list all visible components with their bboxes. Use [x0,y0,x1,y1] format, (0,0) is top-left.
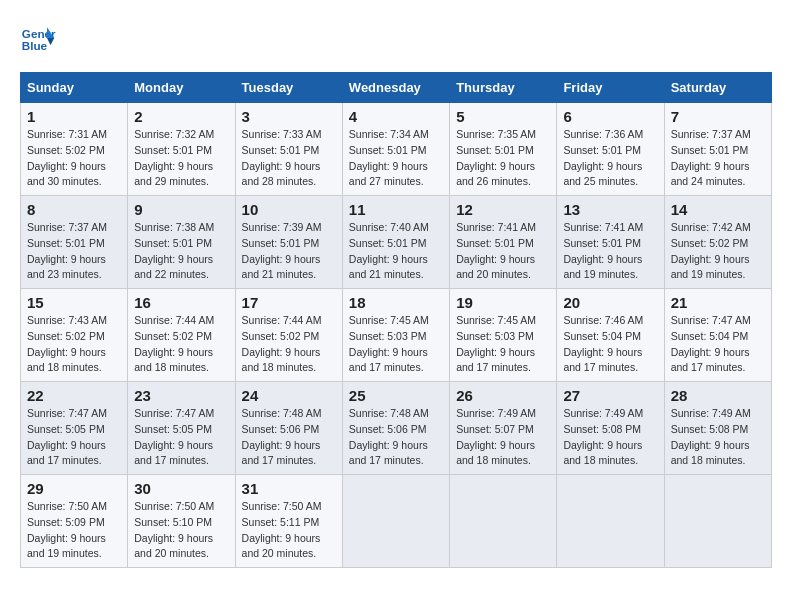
calendar-cell: 22 Sunrise: 7:47 AMSunset: 5:05 PMDaylig… [21,382,128,475]
calendar-cell [450,475,557,568]
day-detail: Sunrise: 7:46 AMSunset: 5:04 PMDaylight:… [563,314,643,373]
day-number: 1 [27,108,121,125]
day-detail: Sunrise: 7:40 AMSunset: 5:01 PMDaylight:… [349,221,429,280]
calendar-cell: 18 Sunrise: 7:45 AMSunset: 5:03 PMDaylig… [342,289,449,382]
calendar-cell: 23 Sunrise: 7:47 AMSunset: 5:05 PMDaylig… [128,382,235,475]
weekday-header-row: SundayMondayTuesdayWednesdayThursdayFrid… [21,73,772,103]
calendar-cell: 24 Sunrise: 7:48 AMSunset: 5:06 PMDaylig… [235,382,342,475]
calendar-cell: 2 Sunrise: 7:32 AMSunset: 5:01 PMDayligh… [128,103,235,196]
day-number: 29 [27,480,121,497]
logo: General Blue [20,20,56,56]
day-number: 25 [349,387,443,404]
day-detail: Sunrise: 7:35 AMSunset: 5:01 PMDaylight:… [456,128,536,187]
day-detail: Sunrise: 7:50 AMSunset: 5:10 PMDaylight:… [134,500,214,559]
day-detail: Sunrise: 7:32 AMSunset: 5:01 PMDaylight:… [134,128,214,187]
calendar-week-row: 22 Sunrise: 7:47 AMSunset: 5:05 PMDaylig… [21,382,772,475]
page-header: General Blue [20,20,772,56]
day-detail: Sunrise: 7:44 AMSunset: 5:02 PMDaylight:… [134,314,214,373]
day-detail: Sunrise: 7:42 AMSunset: 5:02 PMDaylight:… [671,221,751,280]
calendar-cell: 30 Sunrise: 7:50 AMSunset: 5:10 PMDaylig… [128,475,235,568]
day-number: 28 [671,387,765,404]
calendar-cell: 10 Sunrise: 7:39 AMSunset: 5:01 PMDaylig… [235,196,342,289]
day-number: 15 [27,294,121,311]
day-number: 10 [242,201,336,218]
calendar-cell: 25 Sunrise: 7:48 AMSunset: 5:06 PMDaylig… [342,382,449,475]
day-number: 11 [349,201,443,218]
calendar-cell: 12 Sunrise: 7:41 AMSunset: 5:01 PMDaylig… [450,196,557,289]
day-detail: Sunrise: 7:33 AMSunset: 5:01 PMDaylight:… [242,128,322,187]
calendar-cell: 19 Sunrise: 7:45 AMSunset: 5:03 PMDaylig… [450,289,557,382]
day-number: 9 [134,201,228,218]
day-number: 22 [27,387,121,404]
calendar-cell: 17 Sunrise: 7:44 AMSunset: 5:02 PMDaylig… [235,289,342,382]
calendar-cell: 20 Sunrise: 7:46 AMSunset: 5:04 PMDaylig… [557,289,664,382]
day-detail: Sunrise: 7:41 AMSunset: 5:01 PMDaylight:… [456,221,536,280]
day-detail: Sunrise: 7:50 AMSunset: 5:11 PMDaylight:… [242,500,322,559]
calendar-cell: 11 Sunrise: 7:40 AMSunset: 5:01 PMDaylig… [342,196,449,289]
day-number: 19 [456,294,550,311]
day-detail: Sunrise: 7:47 AMSunset: 5:05 PMDaylight:… [134,407,214,466]
weekday-header-sunday: Sunday [21,73,128,103]
day-number: 26 [456,387,550,404]
calendar-cell: 14 Sunrise: 7:42 AMSunset: 5:02 PMDaylig… [664,196,771,289]
day-detail: Sunrise: 7:47 AMSunset: 5:05 PMDaylight:… [27,407,107,466]
calendar-cell: 26 Sunrise: 7:49 AMSunset: 5:07 PMDaylig… [450,382,557,475]
day-number: 7 [671,108,765,125]
day-detail: Sunrise: 7:39 AMSunset: 5:01 PMDaylight:… [242,221,322,280]
day-number: 4 [349,108,443,125]
day-number: 17 [242,294,336,311]
day-detail: Sunrise: 7:34 AMSunset: 5:01 PMDaylight:… [349,128,429,187]
day-number: 2 [134,108,228,125]
weekday-header-friday: Friday [557,73,664,103]
day-detail: Sunrise: 7:43 AMSunset: 5:02 PMDaylight:… [27,314,107,373]
day-detail: Sunrise: 7:48 AMSunset: 5:06 PMDaylight:… [242,407,322,466]
calendar-cell: 31 Sunrise: 7:50 AMSunset: 5:11 PMDaylig… [235,475,342,568]
weekday-header-thursday: Thursday [450,73,557,103]
calendar-week-row: 29 Sunrise: 7:50 AMSunset: 5:09 PMDaylig… [21,475,772,568]
day-number: 6 [563,108,657,125]
calendar-cell: 1 Sunrise: 7:31 AMSunset: 5:02 PMDayligh… [21,103,128,196]
day-detail: Sunrise: 7:45 AMSunset: 5:03 PMDaylight:… [456,314,536,373]
weekday-header-saturday: Saturday [664,73,771,103]
calendar-cell: 13 Sunrise: 7:41 AMSunset: 5:01 PMDaylig… [557,196,664,289]
calendar-cell: 4 Sunrise: 7:34 AMSunset: 5:01 PMDayligh… [342,103,449,196]
day-number: 27 [563,387,657,404]
day-number: 24 [242,387,336,404]
calendar-cell: 27 Sunrise: 7:49 AMSunset: 5:08 PMDaylig… [557,382,664,475]
calendar-cell: 29 Sunrise: 7:50 AMSunset: 5:09 PMDaylig… [21,475,128,568]
day-number: 21 [671,294,765,311]
calendar-week-row: 1 Sunrise: 7:31 AMSunset: 5:02 PMDayligh… [21,103,772,196]
svg-text:Blue: Blue [22,39,48,52]
calendar-cell [664,475,771,568]
calendar-cell: 16 Sunrise: 7:44 AMSunset: 5:02 PMDaylig… [128,289,235,382]
day-detail: Sunrise: 7:49 AMSunset: 5:08 PMDaylight:… [671,407,751,466]
calendar-cell: 3 Sunrise: 7:33 AMSunset: 5:01 PMDayligh… [235,103,342,196]
calendar-cell: 7 Sunrise: 7:37 AMSunset: 5:01 PMDayligh… [664,103,771,196]
calendar-cell: 21 Sunrise: 7:47 AMSunset: 5:04 PMDaylig… [664,289,771,382]
day-number: 13 [563,201,657,218]
day-number: 8 [27,201,121,218]
day-detail: Sunrise: 7:47 AMSunset: 5:04 PMDaylight:… [671,314,751,373]
day-number: 3 [242,108,336,125]
svg-marker-3 [47,38,54,45]
weekday-header-tuesday: Tuesday [235,73,342,103]
day-detail: Sunrise: 7:36 AMSunset: 5:01 PMDaylight:… [563,128,643,187]
calendar-cell: 9 Sunrise: 7:38 AMSunset: 5:01 PMDayligh… [128,196,235,289]
day-detail: Sunrise: 7:37 AMSunset: 5:01 PMDaylight:… [671,128,751,187]
calendar-week-row: 8 Sunrise: 7:37 AMSunset: 5:01 PMDayligh… [21,196,772,289]
day-detail: Sunrise: 7:49 AMSunset: 5:07 PMDaylight:… [456,407,536,466]
calendar-cell [342,475,449,568]
logo-icon: General Blue [20,20,56,56]
day-detail: Sunrise: 7:41 AMSunset: 5:01 PMDaylight:… [563,221,643,280]
day-detail: Sunrise: 7:37 AMSunset: 5:01 PMDaylight:… [27,221,107,280]
day-number: 23 [134,387,228,404]
weekday-header-wednesday: Wednesday [342,73,449,103]
day-detail: Sunrise: 7:38 AMSunset: 5:01 PMDaylight:… [134,221,214,280]
calendar-cell: 5 Sunrise: 7:35 AMSunset: 5:01 PMDayligh… [450,103,557,196]
day-detail: Sunrise: 7:44 AMSunset: 5:02 PMDaylight:… [242,314,322,373]
calendar-cell: 8 Sunrise: 7:37 AMSunset: 5:01 PMDayligh… [21,196,128,289]
day-number: 31 [242,480,336,497]
day-number: 12 [456,201,550,218]
calendar-cell: 28 Sunrise: 7:49 AMSunset: 5:08 PMDaylig… [664,382,771,475]
weekday-header-monday: Monday [128,73,235,103]
